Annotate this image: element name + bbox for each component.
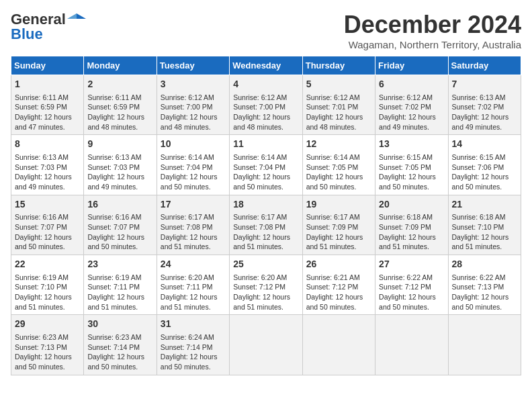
day-number: 15 bbox=[15, 198, 80, 212]
calendar-cell-23: 23Sunrise: 6:19 AM Sunset: 7:11 PM Dayli… bbox=[84, 255, 157, 315]
day-info: Sunrise: 6:18 AM Sunset: 7:10 PM Dayligh… bbox=[452, 212, 517, 252]
day-number: 27 bbox=[379, 258, 444, 271]
calendar-cell-empty bbox=[230, 315, 302, 375]
day-number: 6 bbox=[379, 78, 444, 91]
calendar-cell-7: 7Sunrise: 6:13 AM Sunset: 7:02 PM Daylig… bbox=[448, 75, 521, 135]
day-number: 2 bbox=[87, 78, 152, 91]
day-number: 22 bbox=[15, 258, 80, 271]
day-number: 5 bbox=[306, 78, 371, 91]
calendar-cell-empty bbox=[302, 315, 375, 375]
day-info: Sunrise: 6:12 AM Sunset: 7:01 PM Dayligh… bbox=[306, 93, 371, 132]
calendar-cell-25: 25Sunrise: 6:20 AM Sunset: 7:12 PM Dayli… bbox=[230, 255, 302, 315]
day-info: Sunrise: 6:12 AM Sunset: 7:02 PM Dayligh… bbox=[379, 93, 444, 132]
day-number: 23 bbox=[87, 258, 152, 271]
svg-marker-1 bbox=[67, 13, 77, 19]
calendar-week-5: 29Sunrise: 6:23 AM Sunset: 7:13 PM Dayli… bbox=[11, 315, 521, 375]
calendar-cell-5: 5Sunrise: 6:12 AM Sunset: 7:01 PM Daylig… bbox=[302, 75, 375, 135]
day-number: 10 bbox=[161, 138, 226, 151]
day-info: Sunrise: 6:13 AM Sunset: 7:03 PM Dayligh… bbox=[15, 152, 80, 192]
calendar-week-2: 8Sunrise: 6:13 AM Sunset: 7:03 PM Daylig… bbox=[11, 135, 521, 195]
day-info: Sunrise: 6:13 AM Sunset: 7:02 PM Dayligh… bbox=[452, 93, 517, 132]
day-info: Sunrise: 6:13 AM Sunset: 7:03 PM Dayligh… bbox=[87, 152, 152, 192]
calendar-cell-1: 1Sunrise: 6:11 AM Sunset: 6:59 PM Daylig… bbox=[11, 75, 84, 135]
day-number: 30 bbox=[87, 318, 152, 331]
calendar-cell-21: 21Sunrise: 6:18 AM Sunset: 7:10 PM Dayli… bbox=[448, 195, 521, 255]
calendar-cell-13: 13Sunrise: 6:15 AM Sunset: 7:05 PM Dayli… bbox=[375, 135, 448, 195]
day-info: Sunrise: 6:22 AM Sunset: 7:13 PM Dayligh… bbox=[452, 273, 517, 312]
calendar-cell-20: 20Sunrise: 6:18 AM Sunset: 7:09 PM Dayli… bbox=[375, 195, 448, 255]
calendar-cell-17: 17Sunrise: 6:17 AM Sunset: 7:08 PM Dayli… bbox=[157, 195, 229, 255]
calendar-cell-14: 14Sunrise: 6:15 AM Sunset: 7:06 PM Dayli… bbox=[448, 135, 521, 195]
calendar-cell-16: 16Sunrise: 6:16 AM Sunset: 7:07 PM Dayli… bbox=[84, 195, 157, 255]
day-number: 13 bbox=[379, 138, 444, 151]
calendar-week-3: 15Sunrise: 6:16 AM Sunset: 7:07 PM Dayli… bbox=[11, 195, 521, 255]
calendar-cell-2: 2Sunrise: 6:11 AM Sunset: 6:59 PM Daylig… bbox=[84, 75, 157, 135]
weekday-header-saturday: Saturday bbox=[448, 56, 521, 75]
logo: General Blue bbox=[11, 11, 86, 43]
weekday-header-monday: Monday bbox=[84, 56, 157, 75]
day-number: 11 bbox=[233, 138, 298, 151]
calendar-week-4: 22Sunrise: 6:19 AM Sunset: 7:10 PM Dayli… bbox=[11, 255, 521, 315]
day-number: 9 bbox=[87, 138, 152, 151]
day-info: Sunrise: 6:15 AM Sunset: 7:05 PM Dayligh… bbox=[379, 152, 444, 192]
day-number: 21 bbox=[452, 198, 517, 212]
logo-blue: Blue bbox=[11, 26, 43, 43]
logo-bird-icon bbox=[67, 12, 86, 27]
day-number: 3 bbox=[161, 78, 226, 91]
day-info: Sunrise: 6:20 AM Sunset: 7:12 PM Dayligh… bbox=[233, 273, 298, 312]
calendar-cell-3: 3Sunrise: 6:12 AM Sunset: 7:00 PM Daylig… bbox=[157, 75, 229, 135]
day-number: 12 bbox=[306, 138, 371, 151]
day-info: Sunrise: 6:14 AM Sunset: 7:04 PM Dayligh… bbox=[233, 152, 298, 192]
day-number: 26 bbox=[306, 258, 371, 271]
day-number: 31 bbox=[161, 318, 226, 331]
calendar-table: SundayMondayTuesdayWednesdayThursdayFrid… bbox=[11, 56, 521, 375]
day-info: Sunrise: 6:12 AM Sunset: 7:00 PM Dayligh… bbox=[161, 93, 226, 132]
day-info: Sunrise: 6:23 AM Sunset: 7:13 PM Dayligh… bbox=[15, 332, 80, 372]
day-number: 28 bbox=[452, 258, 517, 271]
calendar-cell-empty bbox=[448, 315, 521, 375]
calendar-week-1: 1Sunrise: 6:11 AM Sunset: 6:59 PM Daylig… bbox=[11, 75, 521, 135]
day-info: Sunrise: 6:24 AM Sunset: 7:14 PM Dayligh… bbox=[161, 332, 226, 372]
day-number: 17 bbox=[161, 198, 226, 212]
location-subtitle: Wagaman, Northern Territory, Australia bbox=[344, 39, 521, 50]
calendar-cell-29: 29Sunrise: 6:23 AM Sunset: 7:13 PM Dayli… bbox=[11, 315, 84, 375]
day-number: 29 bbox=[15, 318, 80, 331]
weekday-header-wednesday: Wednesday bbox=[230, 56, 302, 75]
day-info: Sunrise: 6:23 AM Sunset: 7:14 PM Dayligh… bbox=[87, 332, 152, 372]
day-number: 1 bbox=[15, 78, 80, 91]
weekday-header-row: SundayMondayTuesdayWednesdayThursdayFrid… bbox=[11, 56, 521, 75]
day-info: Sunrise: 6:19 AM Sunset: 7:11 PM Dayligh… bbox=[87, 273, 152, 312]
day-number: 19 bbox=[306, 198, 371, 212]
calendar-cell-30: 30Sunrise: 6:23 AM Sunset: 7:14 PM Dayli… bbox=[84, 315, 157, 375]
day-number: 16 bbox=[87, 198, 152, 212]
calendar-cell-31: 31Sunrise: 6:24 AM Sunset: 7:14 PM Dayli… bbox=[157, 315, 229, 375]
calendar-cell-10: 10Sunrise: 6:14 AM Sunset: 7:04 PM Dayli… bbox=[157, 135, 229, 195]
weekday-header-friday: Friday bbox=[375, 56, 448, 75]
month-title: December 2024 bbox=[344, 11, 521, 39]
calendar-cell-28: 28Sunrise: 6:22 AM Sunset: 7:13 PM Dayli… bbox=[448, 255, 521, 315]
calendar-cell-12: 12Sunrise: 6:14 AM Sunset: 7:05 PM Dayli… bbox=[302, 135, 375, 195]
day-info: Sunrise: 6:16 AM Sunset: 7:07 PM Dayligh… bbox=[15, 212, 80, 252]
day-number: 8 bbox=[15, 138, 80, 151]
day-info: Sunrise: 6:12 AM Sunset: 7:00 PM Dayligh… bbox=[233, 93, 298, 132]
calendar-cell-8: 8Sunrise: 6:13 AM Sunset: 7:03 PM Daylig… bbox=[11, 135, 84, 195]
day-info: Sunrise: 6:19 AM Sunset: 7:10 PM Dayligh… bbox=[15, 273, 80, 312]
calendar-cell-18: 18Sunrise: 6:17 AM Sunset: 7:08 PM Dayli… bbox=[230, 195, 302, 255]
day-info: Sunrise: 6:17 AM Sunset: 7:08 PM Dayligh… bbox=[161, 212, 226, 252]
day-info: Sunrise: 6:20 AM Sunset: 7:11 PM Dayligh… bbox=[161, 273, 226, 312]
day-number: 24 bbox=[161, 258, 226, 271]
weekday-header-thursday: Thursday bbox=[302, 56, 375, 75]
calendar-cell-4: 4Sunrise: 6:12 AM Sunset: 7:00 PM Daylig… bbox=[230, 75, 302, 135]
day-info: Sunrise: 6:21 AM Sunset: 7:12 PM Dayligh… bbox=[306, 273, 371, 312]
day-info: Sunrise: 6:17 AM Sunset: 7:09 PM Dayligh… bbox=[306, 212, 371, 252]
day-info: Sunrise: 6:14 AM Sunset: 7:04 PM Dayligh… bbox=[161, 152, 226, 192]
calendar-cell-6: 6Sunrise: 6:12 AM Sunset: 7:02 PM Daylig… bbox=[375, 75, 448, 135]
day-info: Sunrise: 6:16 AM Sunset: 7:07 PM Dayligh… bbox=[87, 212, 152, 252]
day-number: 4 bbox=[233, 78, 298, 91]
day-number: 14 bbox=[452, 138, 517, 151]
calendar-cell-26: 26Sunrise: 6:21 AM Sunset: 7:12 PM Dayli… bbox=[302, 255, 375, 315]
day-info: Sunrise: 6:18 AM Sunset: 7:09 PM Dayligh… bbox=[379, 212, 444, 252]
header: General Blue December 2024 Wagaman, Nort… bbox=[11, 11, 521, 50]
day-info: Sunrise: 6:17 AM Sunset: 7:08 PM Dayligh… bbox=[233, 212, 298, 252]
calendar-cell-27: 27Sunrise: 6:22 AM Sunset: 7:12 PM Dayli… bbox=[375, 255, 448, 315]
